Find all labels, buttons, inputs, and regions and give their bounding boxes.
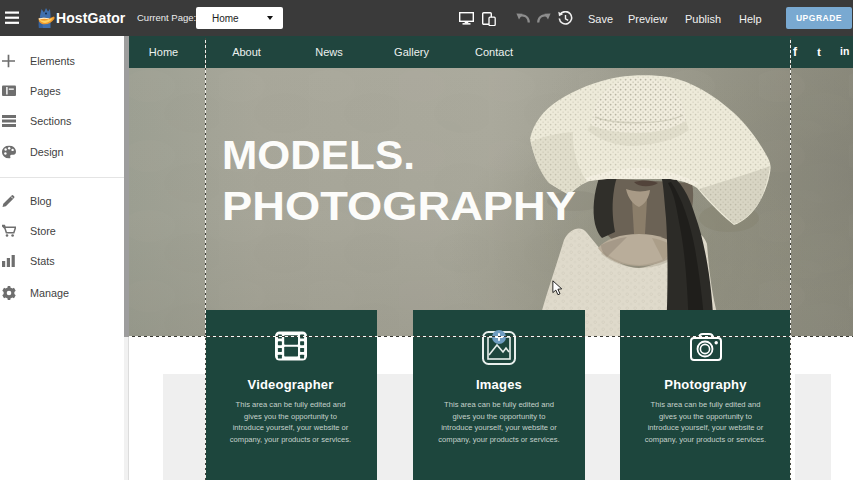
svg-text:MODELS.: MODELS. <box>222 132 415 178</box>
svg-text:PHOTOGRAPHY: PHOTOGRAPHY <box>222 183 576 229</box>
